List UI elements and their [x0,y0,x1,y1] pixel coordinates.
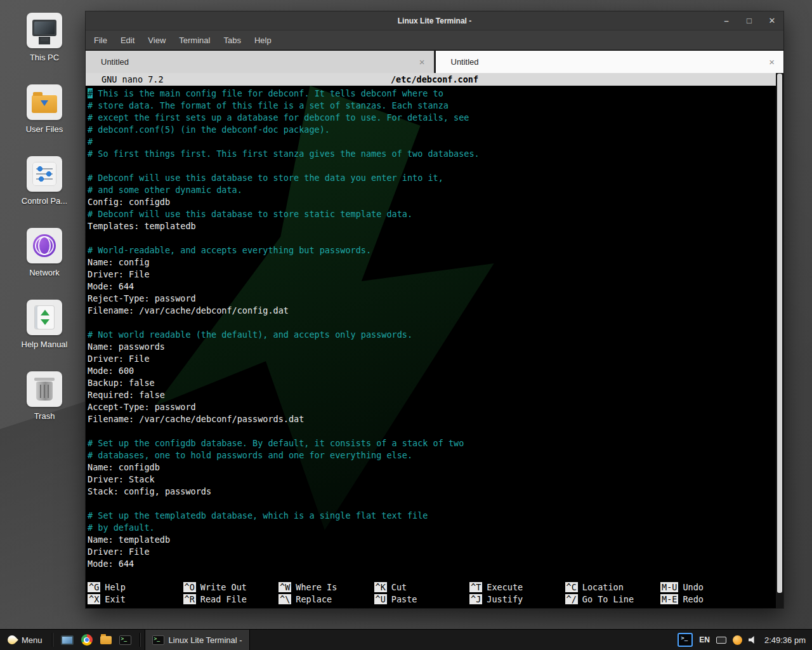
icon-tile [27,300,62,335]
icon-tile [27,371,62,407]
nano-shortcut-read-file[interactable]: ^RRead File [183,594,279,606]
tray-terminal-icon[interactable] [678,633,693,647]
keyboard-icon[interactable] [716,637,726,644]
menu-button[interactable]: Menu [0,630,50,650]
menubar-item-edit[interactable]: Edit [121,36,134,45]
editor-line: Mode: 644 [88,558,783,570]
shortcut-label: Where Is [296,582,337,592]
shortcut-row-2: ^XExit^RRead File^\Replace^UPaste^JJusti… [88,594,773,606]
shortcut-key: ^J [469,594,482,604]
desktop-icon-help-manual[interactable]: Help Manual [8,300,81,349]
clock[interactable]: 2:49:36 pm [764,635,806,645]
editor-line: # and some other dynamic data. [88,184,783,196]
terminal-tab-2[interactable]: Untitled× [436,51,784,73]
editor-line: # Set up the configdb database. By defau… [88,437,783,449]
nano-titlebar: GNU nano 7.2 /etc/debconf.conf [86,73,783,86]
keyboard-layout-indicator[interactable]: EN [699,635,710,644]
updates-tray-icon[interactable] [733,635,742,645]
editor-line: # debconf.conf(5) (in the debconf-doc pa… [88,124,783,136]
tab-close-icon[interactable]: × [419,56,425,67]
desktop: This PCUser FilesControl Pa...NetworkHel… [0,0,812,650]
desktop-icon-network[interactable]: Network [8,228,81,277]
nano-shortcut-cut[interactable]: ^KCut [374,581,470,594]
close-icon[interactable]: ✕ [767,16,777,25]
launcher-chrome-icon[interactable] [81,634,93,646]
desktop-icon-this-pc[interactable]: This PC [8,13,81,62]
nano-shortcut-redo[interactable]: M-ERedo [660,594,756,606]
desktop-icon-control-pa[interactable]: Control Pa... [8,156,81,206]
nano-shortcut-replace[interactable]: ^\Replace [278,594,374,606]
scrollbar[interactable] [776,73,783,608]
nano-filename: /etc/debconf.conf [391,74,478,84]
shortcut-key: ^X [88,594,100,604]
nano-shortcut-paste[interactable]: ^UPaste [374,594,470,606]
launcher-files-icon[interactable] [100,636,112,644]
shortcut-key: ^T [469,582,482,592]
editor-line: # [88,136,783,148]
nano-shortcut-exit[interactable]: ^XExit [88,594,183,606]
editor-line: Reject-Type: password [88,293,783,305]
nano-shortcut-go-to-line[interactable]: ^/Go To Line [565,594,661,606]
menu-bar: FileEditViewTerminalTabsHelp [86,30,783,50]
editor-line: Name: config [88,256,783,269]
nano-shortcut-justify[interactable]: ^JJustify [469,594,565,606]
editor-line: Filename: /var/cache/debconf/passwords.d… [88,413,783,425]
icon-tile [27,13,62,48]
shortcut-label: Write Out [200,582,247,592]
launcher-monitor-icon[interactable] [61,635,74,645]
shortcut-label: Go To Line [582,594,634,604]
minimize-icon[interactable]: – [721,16,731,25]
nano-shortcut-where-is[interactable]: ^WWhere Is [278,581,374,594]
maximize-icon[interactable]: □ [744,16,754,25]
editor-line [88,317,783,329]
desktop-icons: This PCUser FilesControl Pa...NetworkHel… [8,13,81,421]
desktop-icon-label: Trash [34,411,55,421]
shortcut-key: M-U [660,582,678,592]
menubar-item-file[interactable]: File [94,36,107,45]
volume-icon[interactable] [749,636,758,644]
shortcut-key: ^U [374,594,387,604]
shortcut-label: Replace [296,594,332,604]
editor-line: Driver: Stack [88,474,783,486]
launcher-terminal-icon[interactable] [119,635,131,645]
window-title: Linux Lite Terminal - [398,17,471,25]
editor-line [88,232,783,244]
editor-line: # Not world readable (the default), and … [88,329,783,341]
menubar-item-view[interactable]: View [148,36,166,45]
editor-line: # This is the main config file for debco… [88,88,783,100]
nano-shortcut-execute[interactable]: ^TExecute [469,581,565,594]
tab-close-icon[interactable]: × [769,56,775,67]
window-titlebar[interactable]: Linux Lite Terminal - – □ ✕ [86,11,783,30]
nano-shortcut-undo[interactable]: M-UUndo [660,581,756,594]
terminal-icon [152,635,164,645]
scrollbar-thumb[interactable] [777,74,782,593]
quick-launchers [55,630,138,650]
editor-line: Mode: 600 [88,365,783,377]
editor-line: Driver: File [88,353,783,365]
nano-shortcut-help[interactable]: ^GHelp [88,581,183,594]
network-icon [33,234,56,257]
desktop-icon-label: Network [29,268,60,277]
icon-tile [27,84,62,120]
editor-line: Accept-Type: password [88,401,783,413]
nano-shortcut-location[interactable]: ^CLocation [565,581,661,594]
menubar-item-tabs[interactable]: Tabs [223,36,240,45]
desktop-icon-label: Control Pa... [22,196,67,206]
editor-line [88,160,783,172]
taskbar-window-button[interactable]: Linux Lite Terminal - [145,630,250,650]
menubar-item-terminal[interactable]: Terminal [179,36,210,45]
desktop-icon-user-files[interactable]: User Files [8,84,81,134]
desktop-icon-trash[interactable]: Trash [8,371,81,421]
shortcut-key: ^/ [565,594,578,604]
tab-title: Untitled [101,57,129,67]
shortcut-key: ^C [565,582,578,592]
menubar-item-help[interactable]: Help [254,36,272,45]
nano-shortcut-write-out[interactable]: ^OWrite Out [183,581,279,594]
menu-button-label: Menu [22,635,43,645]
linux-lite-logo-icon [6,633,18,646]
icon-tile [27,156,62,192]
terminal-tab-1[interactable]: Untitled× [86,51,434,73]
terminal-icon [119,635,131,645]
editor-content[interactable]: # This is the main config file for debco… [86,86,783,570]
shortcut-key: M-E [660,594,678,604]
